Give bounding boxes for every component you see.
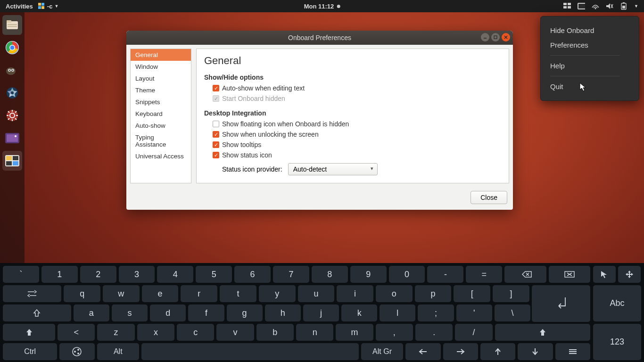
key-'[interactable]: ' — [456, 304, 492, 321]
dock-screenshot[interactable] — [2, 128, 22, 148]
app-menu[interactable]: -c ▼ — [38, 2, 58, 10]
key-tab[interactable] — [3, 285, 61, 302]
key-\[interactable]: \ — [495, 304, 530, 321]
checkbox-tooltips[interactable]: ✓ — [213, 141, 219, 148]
key-layer-abc[interactable]: Abc — [593, 285, 641, 321]
sidebar-item-typing-assistance[interactable]: Typing Assistance — [131, 132, 191, 150]
activities-button[interactable]: Activities — [6, 3, 33, 10]
key-u[interactable]: u — [298, 285, 335, 302]
key-b[interactable]: b — [256, 324, 294, 341]
key-f[interactable]: f — [188, 304, 224, 321]
key-y[interactable]: y — [259, 285, 296, 302]
key-2[interactable]: 2 — [80, 266, 116, 283]
sidebar-item-universal-access[interactable]: Universal Access — [131, 150, 191, 162]
menu-preferences[interactable]: Preferences — [541, 38, 639, 52]
key-h[interactable]: h — [265, 304, 301, 321]
key-p[interactable]: p — [415, 285, 452, 302]
key-d[interactable]: d — [150, 304, 186, 321]
key-left[interactable] — [405, 343, 440, 360]
key-t[interactable]: t — [220, 285, 256, 302]
key-`[interactable]: ` — [3, 266, 39, 283]
key-g[interactable]: g — [227, 304, 263, 321]
key-<[interactable]: < — [58, 324, 95, 341]
key-v[interactable]: v — [216, 324, 254, 341]
menu-help[interactable]: Help — [541, 58, 639, 73]
sidebar-item-window[interactable]: Window — [131, 61, 191, 73]
key-;[interactable]: ; — [418, 304, 454, 321]
key-4[interactable]: 4 — [157, 266, 193, 283]
key-k[interactable]: k — [341, 304, 377, 321]
key-w[interactable]: w — [103, 285, 140, 302]
key-3[interactable]: 3 — [119, 266, 155, 283]
key-r[interactable]: r — [181, 285, 217, 302]
key-][interactable]: ] — [493, 285, 529, 302]
key-m[interactable]: m — [336, 324, 373, 341]
key-right[interactable] — [443, 343, 478, 360]
key-6[interactable]: 6 — [234, 266, 271, 283]
key-ctrl[interactable]: Ctrl — [3, 343, 57, 360]
key-[[interactable]: [ — [454, 285, 490, 302]
key-backspace[interactable] — [504, 266, 546, 283]
titlebar[interactable]: Onboard Preferences — [126, 31, 513, 45]
key-,[interactable]: , — [376, 324, 413, 341]
key-menu[interactable] — [555, 343, 590, 360]
key-x[interactable]: x — [137, 324, 174, 341]
key-alt[interactable]: Alt — [97, 343, 139, 360]
battery-icon[interactable] — [620, 2, 627, 10]
key--[interactable]: - — [427, 266, 463, 283]
menu-hide-onboard[interactable]: Hide Onboard — [541, 23, 639, 38]
key-0[interactable]: 0 — [389, 266, 425, 283]
key-click-mode[interactable] — [593, 266, 616, 283]
key-a[interactable]: a — [74, 304, 109, 321]
key-altgr[interactable]: Alt Gr — [361, 343, 403, 360]
dock-files[interactable] — [2, 15, 22, 35]
dock-onboard[interactable] — [2, 151, 22, 171]
key-1[interactable]: 1 — [41, 266, 78, 283]
dock-gimp[interactable] — [2, 60, 22, 80]
key-o[interactable]: o — [376, 285, 413, 302]
key-e[interactable]: e — [142, 285, 179, 302]
sidebar-item-keyboard[interactable]: Keyboard — [131, 108, 191, 120]
checkbox-unlock[interactable]: ✓ — [213, 131, 219, 138]
key-space[interactable] — [141, 343, 359, 360]
key-i[interactable]: i — [337, 285, 373, 302]
window-close-button[interactable] — [502, 33, 510, 41]
key-up[interactable] — [480, 343, 515, 360]
keyboard-indicator-icon[interactable] — [578, 2, 585, 10]
key-q[interactable]: q — [64, 285, 100, 302]
sidebar-item-snippets[interactable]: Snippets — [131, 96, 191, 108]
dock-chrome[interactable] — [2, 38, 22, 58]
window-maximize-button[interactable] — [491, 33, 500, 41]
key-shift-right[interactable] — [495, 324, 590, 341]
dock-settings[interactable] — [2, 106, 22, 125]
key-delete[interactable] — [549, 266, 590, 283]
checkbox-auto-show[interactable]: ✓ — [213, 85, 219, 91]
key-9[interactable]: 9 — [350, 266, 387, 283]
sidebar-item-layout[interactable]: Layout — [131, 73, 191, 84]
key-super[interactable] — [59, 343, 94, 360]
menu-quit[interactable]: Quit — [541, 79, 639, 94]
key-enter[interactable] — [532, 285, 590, 322]
system-menu-chevron-icon[interactable]: ▼ — [634, 4, 638, 8]
checkbox-floating-icon[interactable] — [213, 121, 219, 127]
window-minimize-button[interactable] — [481, 33, 489, 41]
onboard-indicator-icon[interactable] — [563, 2, 571, 10]
sidebar-item-autoshow[interactable]: Auto-show — [131, 120, 191, 132]
sidebar-item-theme[interactable]: Theme — [131, 84, 191, 96]
key-n[interactable]: n — [296, 324, 333, 341]
network-icon[interactable] — [592, 2, 599, 10]
key-l[interactable]: l — [380, 304, 415, 321]
dock-shutter[interactable] — [2, 83, 22, 103]
key-s[interactable]: s — [112, 304, 148, 321]
key-capslock[interactable] — [3, 304, 71, 321]
key-8[interactable]: 8 — [312, 266, 348, 283]
key-move[interactable] — [618, 266, 641, 283]
key-=[interactable]: = — [466, 266, 502, 283]
key-c[interactable]: c — [177, 324, 214, 341]
key-7[interactable]: 7 — [273, 266, 309, 283]
combo-status-provider[interactable]: Auto-detect — [288, 163, 378, 175]
key-j[interactable]: j — [303, 304, 339, 321]
clock[interactable]: Mon 11:12 — [304, 3, 334, 10]
key-shift-left[interactable] — [3, 324, 55, 341]
volume-icon[interactable] — [606, 2, 613, 10]
